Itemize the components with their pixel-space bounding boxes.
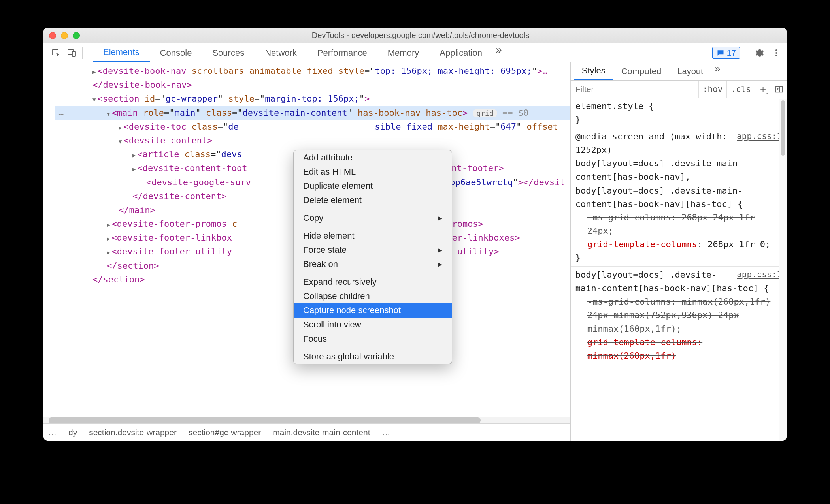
- dom-node[interactable]: <devsite-book-nav scrollbars animatable …: [55, 64, 570, 92]
- ctx-scroll-into-view[interactable]: Scroll into view: [294, 318, 452, 332]
- vertical-scrollbar[interactable]: [779, 99, 787, 441]
- ctx-separator: [294, 348, 452, 348]
- breadcrumb: … dy section.devsite-wrapper section#gc-…: [43, 423, 570, 441]
- breadcrumb-overflow-right[interactable]: …: [382, 428, 390, 437]
- main-toolbar: Elements Console Sources Network Perform…: [43, 43, 787, 62]
- ctx-collapse-children[interactable]: Collapse children: [294, 289, 452, 303]
- css-property-overridden[interactable]: -ms-grid-columns: minmax(268px,1fr) 24px…: [575, 295, 782, 335]
- svg-point-5: [775, 55, 777, 56]
- toggle-computed-sidebar-icon[interactable]: [771, 81, 787, 98]
- settings-icon[interactable]: [753, 47, 764, 58]
- zoom-window-button[interactable]: [73, 32, 80, 39]
- cls-button[interactable]: .cls: [726, 81, 755, 98]
- breadcrumb-item[interactable]: section.devsite-wrapper: [89, 428, 177, 437]
- horizontal-scrollbar[interactable]: [43, 417, 570, 423]
- ctx-separator: [294, 273, 452, 273]
- svg-rect-2: [72, 51, 75, 56]
- dom-node[interactable]: <devsite-content>: [55, 134, 570, 147]
- more-styles-tabs-icon[interactable]: »: [711, 62, 724, 80]
- svg-point-3: [775, 49, 777, 51]
- breadcrumb-item[interactable]: section#gc-wrapper: [189, 428, 261, 437]
- css-property-overridden[interactable]: -ms-grid-columns: 268px 24px 1fr 24px;: [575, 211, 782, 238]
- divider: [747, 47, 747, 59]
- message-icon: [717, 49, 724, 57]
- context-menu: Add attribute Edit as HTML Duplicate ele…: [293, 150, 452, 364]
- ctx-store-global[interactable]: Store as global variable: [294, 350, 452, 364]
- issues-counter[interactable]: 17: [712, 47, 740, 59]
- tab-elements[interactable]: Elements: [93, 43, 150, 62]
- dom-node[interactable]: <devsite-toc class="de sible fixed max-h…: [55, 120, 570, 134]
- breadcrumb-item[interactable]: dy: [68, 428, 77, 437]
- breadcrumb-item[interactable]: main.devsite-main-content: [273, 428, 370, 437]
- dom-node[interactable]: <section id="gc-wrapper" style="margin-t…: [55, 92, 570, 105]
- gutter-indicator: ⋯: [58, 107, 64, 121]
- css-property-overridden[interactable]: grid-template-columns: minmax(268px,1fr): [575, 336, 782, 363]
- layout-badge[interactable]: grid: [473, 109, 497, 117]
- more-tabs-icon[interactable]: »: [492, 43, 505, 62]
- tab-performance[interactable]: Performance: [307, 43, 377, 62]
- ctx-edit-as-html[interactable]: Edit as HTML: [294, 165, 452, 179]
- divider: [82, 47, 83, 59]
- ctx-delete-element[interactable]: Delete element: [294, 193, 452, 207]
- tab-layout[interactable]: Layout: [669, 62, 711, 80]
- window-controls: [49, 32, 80, 39]
- ctx-capture-node-screenshot[interactable]: Capture node screenshot: [294, 303, 452, 318]
- panel-tabs: Elements Console Sources Network Perform…: [93, 43, 505, 62]
- style-rule[interactable]: app.css:1 body[layout=docs] .devsite-mai…: [571, 267, 787, 364]
- ctx-add-attribute[interactable]: Add attribute: [294, 150, 452, 165]
- new-style-rule-button[interactable]: +: [755, 81, 771, 98]
- toolbar-right: 17: [712, 47, 782, 59]
- source-link[interactable]: app.css:1: [737, 130, 782, 143]
- styles-tabs: Styles Computed Layout »: [571, 62, 787, 81]
- titlebar: DevTools - developers.google.com/web/too…: [43, 28, 787, 43]
- tab-console[interactable]: Console: [150, 43, 202, 62]
- breadcrumb-overflow-left[interactable]: …: [48, 428, 57, 437]
- ctx-focus[interactable]: Focus: [294, 332, 452, 346]
- filter-input[interactable]: [571, 85, 698, 94]
- kebab-menu-icon[interactable]: [771, 47, 782, 58]
- rule-close: }: [575, 251, 782, 265]
- tab-computed[interactable]: Computed: [613, 62, 670, 80]
- css-property[interactable]: grid-template-columns: 268px 1fr 0;: [575, 238, 782, 251]
- inspect-icon[interactable]: [48, 48, 64, 58]
- style-rule[interactable]: app.css:1 @media screen and (max-width: …: [571, 128, 787, 267]
- styles-filter-bar: :hov .cls +: [571, 81, 787, 98]
- svg-point-4: [775, 52, 777, 54]
- ctx-separator: [294, 209, 452, 209]
- minimize-window-button[interactable]: [61, 32, 68, 39]
- tab-memory[interactable]: Memory: [377, 43, 429, 62]
- tab-network[interactable]: Network: [255, 43, 307, 62]
- ctx-expand-recursively[interactable]: Expand recursively: [294, 275, 452, 289]
- ctx-separator: [294, 227, 452, 227]
- ctx-force-state[interactable]: Force state: [294, 243, 452, 257]
- tab-sources[interactable]: Sources: [202, 43, 255, 62]
- ctx-duplicate-element[interactable]: Duplicate element: [294, 179, 452, 193]
- hov-button[interactable]: :hov: [698, 81, 727, 98]
- selector: body[layout=docs] .devsite-main-content[…: [575, 157, 782, 211]
- ctx-copy[interactable]: Copy: [294, 211, 452, 225]
- tab-application[interactable]: Application: [429, 43, 492, 62]
- dom-node-selected[interactable]: <main role="main" class="devsite-main-co…: [55, 106, 570, 120]
- window-title: DevTools - developers.google.com/web/too…: [88, 31, 781, 40]
- ctx-hide-element[interactable]: Hide element: [294, 229, 452, 243]
- style-rule[interactable]: element.style { }: [571, 98, 787, 128]
- device-toggle-icon[interactable]: [64, 48, 80, 58]
- styles-rules[interactable]: element.style { } app.css:1 @media scree…: [571, 98, 787, 441]
- source-link[interactable]: app.css:1: [737, 268, 782, 281]
- devtools-window: DevTools - developers.google.com/web/too…: [43, 28, 787, 441]
- close-window-button[interactable]: [49, 32, 56, 39]
- styles-panel: Styles Computed Layout » :hov .cls + ele…: [571, 62, 787, 441]
- selector: element.style {: [575, 100, 782, 113]
- rule-close: }: [575, 113, 782, 126]
- ctx-break-on[interactable]: Break on: [294, 257, 452, 271]
- tab-styles[interactable]: Styles: [574, 62, 613, 80]
- issues-count: 17: [727, 48, 736, 58]
